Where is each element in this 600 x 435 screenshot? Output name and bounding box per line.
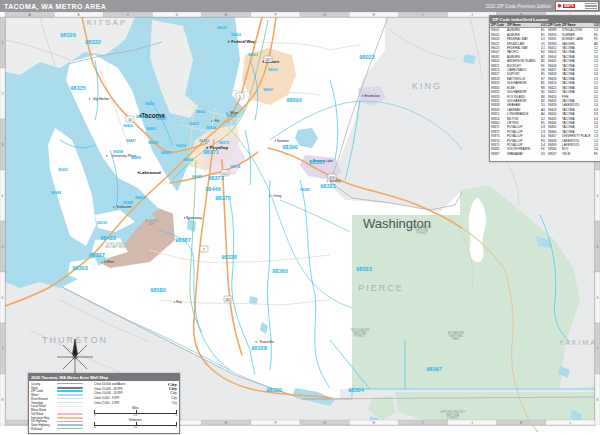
zip-label-small: 98409: [148, 141, 158, 145]
legend-title: 2020 Tacoma, WA Metro Area Wall Map: [29, 374, 179, 381]
zip-label-small: 98499: [131, 156, 141, 160]
zip-label-small: 98445: [192, 175, 202, 179]
zip-table-title: ZIP Code Index/Grid Locator: [490, 16, 600, 23]
zip-label: 98397: [426, 366, 442, 372]
zip-label-small: 98333: [97, 221, 107, 225]
legend-scale-ticks: 02.55: [94, 426, 177, 429]
zip-label: 98092: [286, 97, 302, 103]
legend-right-column: Cities 50,000 and AboveCityCities 25,000…: [91, 382, 177, 431]
map-title: TACOMA, WA METRO AREA: [4, 3, 106, 10]
logo-maps-wordmark: MAPS: [563, 4, 575, 9]
legend-scale-tick: 0: [94, 426, 95, 429]
legend-scale-bars: Miles02.55Kilometers02.55: [94, 406, 177, 429]
legend-scale-tick: 2.5: [134, 426, 138, 429]
legend-city-class: Cities 2,500 - 4,999City: [94, 400, 177, 405]
zip-code-index-table[interactable]: ZIP Code Index/Grid Locator ZIP CodeZIP …: [489, 15, 600, 162]
zip-label-small: 98407: [145, 102, 155, 106]
zip-label: 98375: [215, 195, 231, 201]
zip-label: 98338: [221, 254, 237, 260]
map-poster: { "header": { "title": "TACOMA, WA METRO…: [0, 0, 600, 435]
legend-city-classes: Cities 50,000 and AboveCityCities 25,000…: [94, 382, 177, 405]
zip-table-cell: YELM: [562, 152, 594, 156]
city-label: Spanaway: [186, 216, 202, 220]
city-dot: [184, 217, 185, 218]
road-shield-number: 161: [225, 298, 231, 302]
legend-line-sample: [57, 410, 83, 411]
zip-table-row: 98387SPANAWAYD598597YELMF8: [490, 152, 600, 156]
grid-ruler-number: 5: [2, 245, 4, 249]
zip-label-small: 98047: [263, 88, 273, 92]
area-label-line: AFB: [149, 222, 155, 226]
zip-label: 98387: [175, 237, 191, 243]
road-shield-number: 410: [329, 176, 335, 180]
zip-table-cell: SPANAWAY: [507, 152, 541, 156]
area-label-line: FOREST: [416, 231, 428, 235]
zip-table-cell: 98597: [548, 152, 562, 156]
legend-scale-bar: [94, 410, 177, 414]
grid-ruler-number: 1: [2, 41, 4, 45]
county-label: YAKIMA: [559, 339, 597, 346]
city-label: Lakewood: [139, 170, 161, 175]
grid-ruler-letter: J: [471, 13, 473, 17]
zip-label-small: 98385: [300, 188, 310, 192]
legend-line-sample: [57, 390, 83, 392]
legend-city-sample: City: [171, 396, 177, 400]
grid-ruler-number: 6: [2, 296, 4, 300]
city-dot: [211, 120, 212, 121]
legend-line-sample: [57, 398, 83, 399]
zip-label: 98332: [85, 39, 101, 45]
legend-line-sample: [57, 413, 83, 415]
legend-city-class-label: Cities 25,000 - 49,999: [94, 387, 122, 391]
grid-ruler-letter: I: [422, 421, 423, 425]
grid-ruler-letter: G: [323, 13, 326, 17]
city-label: Steilacoom: [117, 205, 132, 209]
grid-ruler-letter: I: [422, 13, 423, 17]
zip-label-small: 98424: [206, 126, 216, 130]
map-legend[interactable]: 2020 Tacoma, WA Metro Area Wall Map Coun…: [28, 373, 180, 434]
legend-body: CountyStateZIP CodeWaterRiver/StreamTown…: [29, 381, 179, 432]
zip-label-small: 98023: [217, 26, 227, 30]
legend-line-label: Railroad: [31, 427, 57, 431]
grid-ruler-number: 7: [597, 347, 599, 351]
grid-ruler-letter: F: [274, 13, 276, 17]
zip-label: 98304: [348, 387, 364, 393]
legend-line-sample: [57, 406, 83, 408]
area-label-line: FOREST: [447, 416, 459, 420]
zip-label: 98329: [60, 32, 76, 38]
city-label: Roy: [176, 300, 182, 304]
grid-ruler-letter: G: [323, 421, 326, 425]
city-label: Federal Way: [231, 39, 255, 44]
legend-city-class-label: Cities 2,500 - 4,999: [94, 401, 119, 405]
road-shield-number: 7: [203, 248, 205, 252]
area-label-line: PARK: [452, 337, 460, 341]
zip-label: 98580: [150, 287, 166, 293]
legend-scale-ticks: 02.55: [94, 414, 177, 417]
area-label-line: FOREST: [354, 334, 366, 338]
grid-ruler-letter: F: [274, 421, 276, 425]
legend-city-sample: City: [172, 401, 177, 405]
zip-label: 98323: [356, 266, 372, 272]
zip-table-column-header: ZIP Code: [548, 23, 562, 27]
zip-table-cell: 98387: [491, 152, 507, 156]
city-dot: [269, 195, 270, 196]
grid-ruler-number: 8: [597, 398, 599, 402]
legend-line-sample: [57, 417, 83, 419]
legend-scale: Kilometers02.55: [94, 418, 177, 429]
grid-ruler-number: 7: [2, 347, 4, 351]
mount-rainier-glacier: [469, 198, 486, 262]
zip-table-column-header: ZIP Name: [562, 23, 594, 27]
legend-line-sample: [57, 402, 83, 403]
city-label: Eatonville: [260, 340, 274, 344]
county-label: PIERCE: [358, 283, 404, 293]
legend-line-sample: [57, 428, 83, 429]
legend-scale: Miles02.55: [94, 406, 177, 417]
zip-label-small: 98498: [113, 150, 123, 154]
zip-label-small: 98422: [196, 110, 206, 114]
county-label: KITSAP: [87, 18, 127, 27]
zip-table-cell: D5: [541, 152, 548, 156]
legend-line-sample: [57, 387, 83, 389]
zip-label-small: 98374: [230, 165, 240, 169]
zip-label-small: 98444: [183, 158, 193, 162]
area-label-line: MILITARY RES: [105, 245, 124, 249]
city-dot: [113, 206, 114, 207]
